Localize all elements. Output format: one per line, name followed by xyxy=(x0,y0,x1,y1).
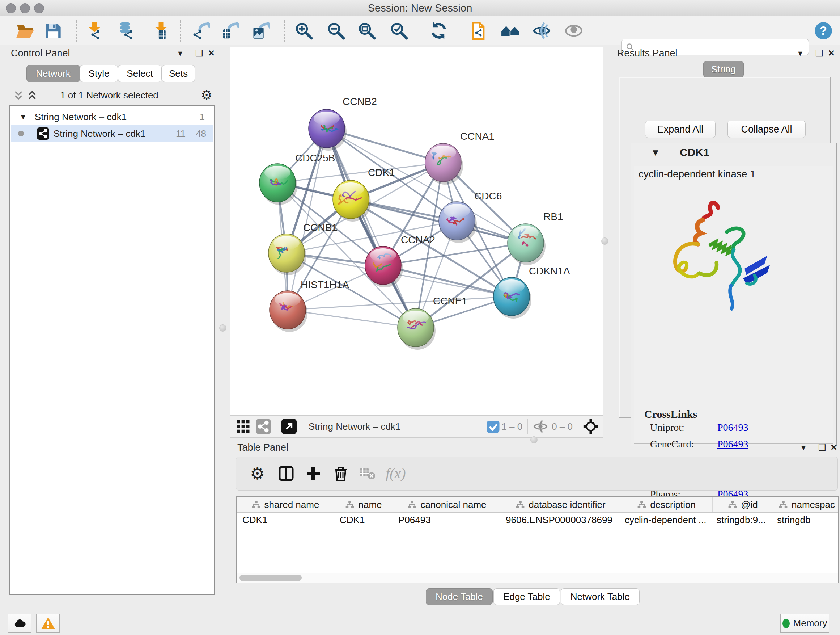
tab-network-table[interactable]: Network Table xyxy=(561,588,639,605)
divider-handle[interactable] xyxy=(219,325,226,332)
eye-disabled-icon[interactable] xyxy=(564,21,583,40)
float-panel-icon[interactable]: ❑ xyxy=(815,48,823,59)
network-tree-row[interactable]: ▼ String Network – cdk1 1 xyxy=(11,109,213,125)
node-label: CCNA2 xyxy=(401,234,435,245)
network-node-CDKN1A[interactable]: CDKN1A xyxy=(493,265,570,318)
export-image-icon[interactable] xyxy=(251,21,270,40)
network-node-CCNB1[interactable]: CCNB1 xyxy=(268,222,338,275)
table-horizontal-scrollbar[interactable] xyxy=(237,573,838,583)
panel-divider-left[interactable] xyxy=(214,46,231,608)
crosslink-row: Uniprot: P06493 xyxy=(634,422,833,439)
collapse-caret-icon[interactable]: ▼ xyxy=(19,113,27,121)
hidden-eye-icon[interactable] xyxy=(533,419,548,434)
column-header-name[interactable]: name xyxy=(334,497,393,512)
zoom-selected-icon[interactable] xyxy=(390,21,409,40)
string-app-icon xyxy=(37,127,49,140)
tab-string[interactable]: String xyxy=(703,61,744,78)
network-node-RB1[interactable]: RB1 xyxy=(508,211,563,265)
column-header--id[interactable]: @id xyxy=(713,497,774,512)
table-cell[interactable]: stringdb xyxy=(771,512,838,527)
import-table-icon[interactable] xyxy=(152,21,171,40)
export-network-icon[interactable] xyxy=(191,21,210,40)
gear-icon[interactable]: ⚙ xyxy=(201,88,212,103)
panel-menu-icon[interactable]: ▾ xyxy=(801,442,806,453)
tab-sets[interactable]: Sets xyxy=(162,65,195,82)
close-panel-icon[interactable]: ✕ xyxy=(828,48,835,59)
network-node-CCNA1[interactable]: CCNA1 xyxy=(425,131,494,185)
refresh-icon[interactable] xyxy=(429,21,448,40)
cloud-button[interactable] xyxy=(8,614,31,633)
crosslink-link[interactable]: P06493 xyxy=(717,422,748,433)
toolbar-separator xyxy=(284,20,285,42)
table-settings-gear-icon[interactable]: ⚙ xyxy=(250,465,267,482)
import-network-icon[interactable] xyxy=(85,21,104,40)
close-panel-icon[interactable]: ✕ xyxy=(830,442,837,453)
right-divider-handle[interactable] xyxy=(601,238,608,245)
network-node-HIST1H1A[interactable]: HIST1H1A xyxy=(270,279,349,332)
expand-all-button[interactable]: Expand All xyxy=(645,120,715,138)
table-row[interactable]: CDK1CDK1P064939606.ENSP00000378699cyclin… xyxy=(237,512,838,527)
selected-node-edge-count: 1 – 0 xyxy=(501,421,523,432)
save-icon[interactable] xyxy=(43,21,62,40)
column-header-shared-name[interactable]: shared name xyxy=(237,497,334,512)
network-node-CCNE1[interactable]: CCNE1 xyxy=(398,295,467,350)
tab-network[interactable]: Network xyxy=(27,65,80,82)
table-cell[interactable]: P06493 xyxy=(393,512,500,527)
help-button[interactable]: ? xyxy=(814,21,833,40)
warning-icon xyxy=(41,616,55,631)
string-network-icon[interactable] xyxy=(256,419,271,434)
export-table-icon[interactable] xyxy=(220,21,239,40)
tab-style[interactable]: Style xyxy=(80,65,118,82)
import-database-icon[interactable] xyxy=(117,21,136,40)
float-panel-icon[interactable]: ❑ xyxy=(818,442,826,453)
open-in-window-icon[interactable] xyxy=(281,419,297,434)
panel-menu-icon[interactable]: ▾ xyxy=(178,48,182,59)
network-node-CCNB2[interactable]: CCNB2 xyxy=(309,96,377,150)
table-cell[interactable]: stringdb:9... xyxy=(711,512,771,527)
close-window-button[interactable] xyxy=(6,3,16,13)
add-column-icon[interactable] xyxy=(305,465,322,482)
collapse-all-button[interactable]: Collapse All xyxy=(728,120,806,138)
node-label: RB1 xyxy=(543,211,563,222)
warnings-button[interactable] xyxy=(36,614,60,633)
table-cell[interactable]: cyclin-dependent ... xyxy=(619,512,711,527)
tab-node-table[interactable]: Node Table xyxy=(426,588,493,605)
tab-edge-table[interactable]: Edge Table xyxy=(493,588,560,605)
zoom-out-icon[interactable] xyxy=(327,21,346,40)
show-columns-icon[interactable] xyxy=(278,465,295,482)
results-panel: Results Panel ▾ ❑ ✕ String Expand All Co… xyxy=(610,46,840,440)
eye-slash-icon[interactable] xyxy=(532,21,551,40)
memory-button[interactable]: Memory xyxy=(780,614,829,633)
table-header-row: shared name name canonical name database… xyxy=(237,497,838,513)
zoom-window-button[interactable] xyxy=(34,3,44,13)
zoom-fit-icon[interactable] xyxy=(357,21,376,40)
open-folder-icon[interactable] xyxy=(16,21,34,40)
table-cell[interactable]: CDK1 xyxy=(237,512,334,527)
help-icon: ? xyxy=(814,21,833,40)
cloud-icon xyxy=(13,616,27,630)
collapse-section-icon[interactable]: ▼ xyxy=(651,147,660,158)
float-panel-icon[interactable]: ❑ xyxy=(195,48,203,59)
minimize-window-button[interactable] xyxy=(20,3,30,13)
panel-menu-icon[interactable]: ▾ xyxy=(798,48,802,59)
homes-icon[interactable] xyxy=(501,21,520,40)
network-node-CDC25B[interactable]: CDC25B xyxy=(259,152,335,205)
doc-share-icon[interactable] xyxy=(469,21,488,40)
zoom-in-icon[interactable] xyxy=(294,21,313,40)
delete-column-trash-icon[interactable] xyxy=(332,465,349,482)
table-cell[interactable]: 9606.ENSP00000378699 xyxy=(500,512,619,527)
current-view-dot-icon xyxy=(18,131,24,136)
network-tree-row[interactable]: String Network – cdk1 11 48 xyxy=(11,125,213,142)
table-cell[interactable]: CDK1 xyxy=(334,512,393,527)
column-header-description[interactable]: description xyxy=(621,497,713,512)
scrollbar-thumb[interactable] xyxy=(240,575,302,581)
network-edge[interactable] xyxy=(327,128,416,328)
column-header-namespac[interactable]: namespac xyxy=(774,497,840,512)
grid-view-icon[interactable] xyxy=(235,419,251,434)
column-header-database-identifier[interactable]: database identifier xyxy=(501,497,621,512)
column-header-canonical-name[interactable]: canonical name xyxy=(393,497,501,512)
tab-select[interactable]: Select xyxy=(118,65,162,82)
network-canvas[interactable]: CCNB2 CCNA1 CDC25B CDK1 CDC6 RB1 CCNB1 C… xyxy=(231,47,603,415)
selected-checkbox-icon[interactable] xyxy=(485,419,498,434)
fit-selected-crosshair-icon[interactable] xyxy=(583,419,598,434)
